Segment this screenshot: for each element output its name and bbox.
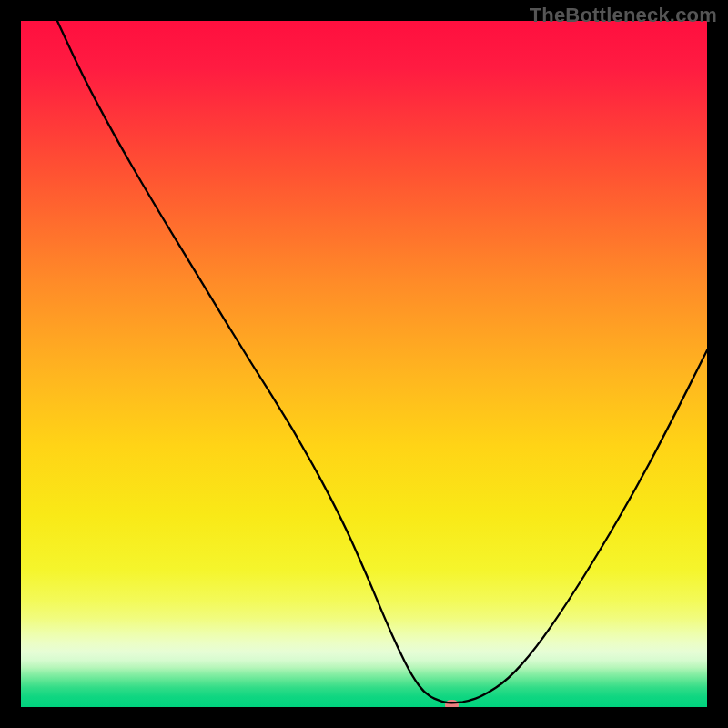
plot-area [21, 21, 707, 707]
watermark-text: TheBottleneck.com [530, 4, 717, 27]
bottleneck-curve [21, 21, 707, 707]
chart-frame: TheBottleneck.com [0, 0, 728, 728]
